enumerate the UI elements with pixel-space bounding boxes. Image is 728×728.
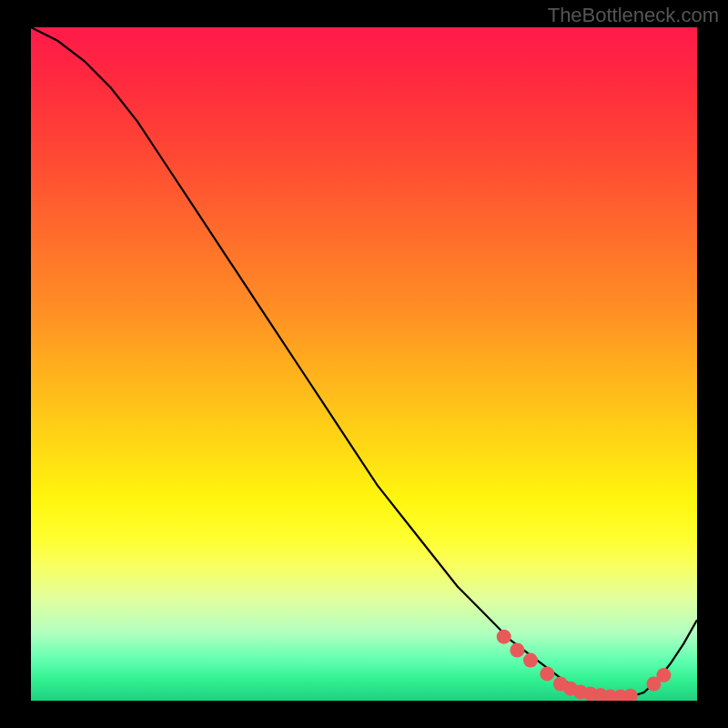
chart-data-point [656, 668, 671, 682]
chart-data-point [540, 666, 554, 681]
chart-data-point [523, 653, 538, 668]
chart-svg [31, 27, 697, 701]
chart-data-points [497, 630, 672, 701]
chart-data-point [510, 643, 524, 658]
watermark-text: TheBottleneck.com [548, 4, 719, 27]
chart-data-point [497, 630, 511, 644]
chart-plot-area [31, 27, 697, 701]
chart-data-point [623, 689, 638, 701]
chart-curve-line [31, 27, 697, 697]
